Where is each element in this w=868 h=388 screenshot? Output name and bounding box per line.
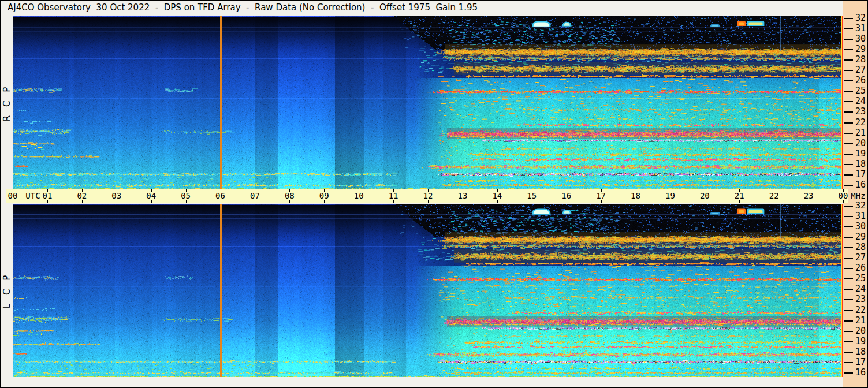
page-title: AJ4CO Observatory 30 Oct 2022 - DPS on T…: [8, 2, 478, 14]
freq-tick: [844, 331, 853, 332]
freq-label: 21: [855, 316, 866, 325]
freq-tick: [844, 372, 853, 374]
freq-label: 28: [855, 242, 866, 252]
freq-label: 28: [855, 55, 866, 64]
hour-label: 00: [839, 191, 848, 201]
freq-label: 30: [855, 222, 866, 231]
freq-tick: [844, 59, 853, 61]
freq-label: 26: [855, 76, 866, 85]
hour-label: 15: [527, 191, 537, 201]
freq-label: 29: [855, 232, 866, 241]
freq-label: 29: [855, 44, 866, 54]
freq-label: 18: [855, 159, 866, 169]
freq-tick: [844, 341, 853, 342]
freq-label: 32: [855, 201, 866, 210]
freq-label: 24: [855, 284, 866, 293]
freq-tick: [844, 310, 853, 311]
freq-tick: [844, 80, 853, 81]
freq-label: 31: [855, 211, 866, 221]
freq-tick: [844, 216, 853, 217]
freq-tick: [844, 352, 853, 353]
freq-tick: [844, 122, 853, 124]
hour-label: 20: [700, 191, 710, 201]
freq-label: 31: [855, 24, 866, 33]
freq-label: 19: [855, 337, 866, 346]
hour-label: 14: [492, 191, 502, 201]
hour-label: 19: [665, 191, 675, 201]
spectrogram-panel-lcp: [13, 204, 843, 377]
freq-label: 20: [855, 139, 866, 148]
freq-tick: [844, 133, 853, 134]
freq-tick: [844, 91, 853, 92]
freq-label: 21: [855, 128, 866, 137]
freq-label: 22: [855, 305, 866, 315]
freq-tick: [844, 143, 853, 144]
freq-tick: [844, 18, 853, 19]
hour-label: 06: [215, 191, 225, 201]
freq-tick: [844, 49, 853, 50]
freq-label: 16: [855, 180, 866, 189]
freq-tick: [844, 278, 853, 279]
freq-tick: [844, 185, 853, 186]
freq-tick: [844, 289, 853, 290]
freq-tick: [844, 258, 853, 259]
freq-tick: [844, 111, 853, 113]
spectrogram-panel-rcp: [13, 16, 843, 189]
freq-tick: [844, 70, 853, 71]
utc-unit-label: UTC: [25, 191, 40, 201]
hour-label: 17: [596, 191, 606, 201]
freq-label: 17: [855, 170, 866, 179]
freq-label: 30: [855, 34, 866, 43]
hour-label: 05: [181, 191, 191, 201]
hour-label: 09: [319, 191, 329, 201]
freq-label: 32: [855, 13, 866, 23]
hour-label: 00: [8, 191, 18, 201]
freq-tick: [844, 299, 853, 300]
hour-label: 01: [42, 191, 52, 201]
freq-tick: [844, 101, 853, 102]
freq-label: 25: [855, 274, 866, 283]
hour-label: 10: [354, 191, 364, 201]
freq-label: 18: [855, 347, 866, 356]
freq-tick: [844, 174, 853, 176]
hour-label: 22: [769, 191, 779, 201]
hour-label: 03: [111, 191, 121, 201]
hour-label: 21: [735, 191, 744, 201]
polarization-label-rcp: R C P: [2, 62, 12, 143]
hour-label: 08: [285, 191, 295, 201]
hour-label: 18: [631, 191, 640, 201]
freq-label: 17: [855, 357, 866, 367]
freq-tick: [844, 39, 853, 40]
freq-label: 24: [855, 96, 866, 106]
freq-label: 27: [855, 253, 866, 262]
freq-label: 22: [855, 118, 866, 127]
freq-tick: [844, 320, 853, 322]
hour-label: 02: [77, 191, 87, 201]
freq-tick: [844, 28, 853, 29]
freq-label: 19: [855, 149, 866, 158]
freq-label: 27: [855, 65, 866, 74]
freq-label: 23: [855, 294, 866, 304]
polarization-label-lcp: L C P: [2, 250, 12, 331]
freq-label: 26: [855, 263, 866, 273]
mhz-unit-label: MHz: [851, 191, 865, 201]
freq-label: 25: [855, 86, 866, 95]
hour-label: 04: [146, 191, 156, 201]
freq-label: 23: [855, 107, 866, 116]
freq-tick: [844, 226, 853, 227]
spectrogram-window: AJ4CO Observatory 30 Oct 2022 - DPS on T…: [0, 0, 868, 388]
freq-tick: [844, 164, 853, 165]
hour-label: 23: [804, 191, 814, 201]
hour-label: 11: [389, 191, 398, 201]
freq-tick: [844, 154, 853, 155]
freq-label: 16: [855, 368, 866, 377]
freq-tick: [844, 247, 853, 248]
freq-tick: [844, 268, 853, 269]
hour-label: 07: [250, 191, 260, 201]
freq-tick: [844, 206, 853, 207]
hour-label: 13: [457, 191, 467, 201]
freq-tick: [844, 237, 853, 238]
hour-label: 12: [423, 191, 433, 201]
hour-label: 16: [561, 191, 571, 201]
freq-tick: [844, 362, 853, 363]
